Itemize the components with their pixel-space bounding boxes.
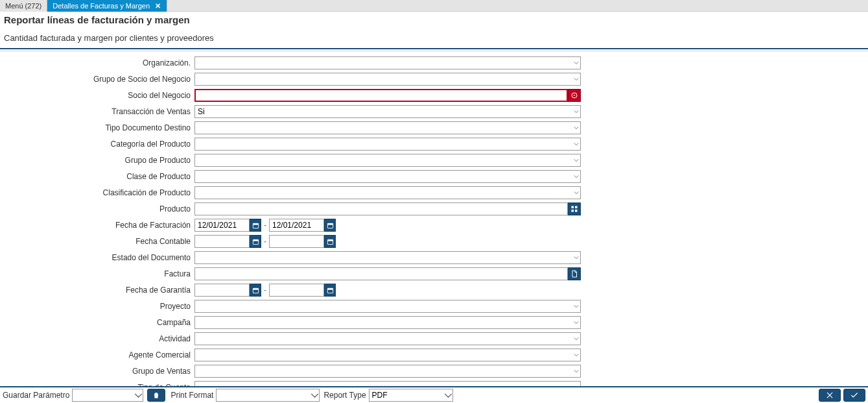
fecha-fact-from[interactable] xyxy=(194,219,250,232)
svg-rect-7 xyxy=(253,223,258,225)
calendar-icon[interactable] xyxy=(324,219,336,232)
calendar-icon[interactable] xyxy=(324,284,336,297)
estado-doc-input[interactable] xyxy=(194,251,581,264)
tipo-cuenta-input[interactable] xyxy=(194,381,581,386)
fecha-gar-to[interactable] xyxy=(269,284,324,297)
label-grupo-ventas: Grupo de Ventas xyxy=(0,367,194,376)
calendar-icon[interactable] xyxy=(250,235,261,248)
grid-icon[interactable] xyxy=(568,202,581,215)
campana-input[interactable] xyxy=(194,316,581,329)
close-tab-icon[interactable]: ✕ xyxy=(154,2,161,10)
chevron-down-icon[interactable] xyxy=(311,389,320,402)
chevron-down-icon[interactable] xyxy=(572,348,581,361)
fecha-cont-to[interactable] xyxy=(269,235,324,248)
calendar-icon[interactable] xyxy=(324,235,336,248)
confirm-button[interactable] xyxy=(843,389,865,402)
label-tipo-doc: Tipo Documento Destino xyxy=(0,123,194,132)
trash-icon[interactable] xyxy=(147,389,165,402)
chevron-down-icon[interactable] xyxy=(572,332,581,345)
fecha-cont-from[interactable] xyxy=(194,235,250,248)
label-producto: Producto xyxy=(0,204,194,214)
label-print-format: Print Format xyxy=(170,391,213,400)
chevron-down-icon[interactable] xyxy=(572,381,581,386)
print-format-input[interactable] xyxy=(216,389,320,402)
chevron-down-icon[interactable] xyxy=(444,389,453,402)
svg-point-1 xyxy=(574,95,575,96)
svg-rect-9 xyxy=(327,223,333,225)
label-agente: Agente Comercial xyxy=(0,350,194,360)
cancel-button[interactable] xyxy=(819,389,841,402)
chevron-down-icon[interactable] xyxy=(572,138,581,151)
svg-rect-13 xyxy=(327,239,333,241)
report-type-input[interactable] xyxy=(369,389,453,402)
label-report-type: Report Type xyxy=(323,391,366,400)
chevron-down-icon[interactable] xyxy=(572,300,581,313)
label-clase-prod: Clase de Producto xyxy=(0,172,194,181)
footer-bar: Guardar Parámetro Print Format Report Ty… xyxy=(0,386,868,403)
label-factura: Factura xyxy=(0,269,194,278)
chevron-down-icon[interactable] xyxy=(134,389,143,402)
grupo-socio-input[interactable] xyxy=(194,73,581,86)
chevron-down-icon[interactable] xyxy=(572,170,581,183)
range-dash: - xyxy=(261,237,269,246)
chevron-down-icon[interactable] xyxy=(572,105,581,118)
fecha-fact-to[interactable] xyxy=(269,219,324,232)
label-campana: Campaña xyxy=(0,318,194,327)
calendar-icon[interactable] xyxy=(250,284,261,297)
proyecto-input[interactable] xyxy=(194,300,581,313)
range-dash: - xyxy=(261,221,269,230)
label-estado-doc: Estado del Documento xyxy=(0,253,194,262)
actividad-input[interactable] xyxy=(194,332,581,345)
assist-icon[interactable] xyxy=(568,89,581,102)
chevron-down-icon[interactable] xyxy=(572,154,581,167)
socio-input[interactable] xyxy=(194,89,568,102)
svg-rect-17 xyxy=(327,288,333,289)
chevron-down-icon[interactable] xyxy=(572,251,581,264)
cat-prod-input[interactable] xyxy=(194,138,581,151)
tab-detalles-facturas[interactable]: Detalles de Facturas y Margen ✕ xyxy=(47,0,167,12)
page-subtitle: Cantidad facturada y margen por clientes… xyxy=(0,27,868,48)
tab-menu[interactable]: Menú (272) xyxy=(0,0,47,12)
svg-rect-2 xyxy=(572,206,574,209)
label-transaccion: Transacción de Ventas xyxy=(0,107,194,116)
clasif-prod-input[interactable] xyxy=(194,186,581,199)
page-title: Reportar líneas de facturación y margen xyxy=(0,12,868,27)
label-fecha-cont: Fecha Contable xyxy=(0,237,194,246)
grupo-prod-input[interactable] xyxy=(194,154,581,167)
chevron-down-icon[interactable] xyxy=(572,73,581,86)
label-proyecto: Proyecto xyxy=(0,302,194,311)
label-fecha-gar: Fecha de Garantía xyxy=(0,286,194,295)
label-clasif-prod: Clasificación de Producto xyxy=(0,188,194,197)
guardar-parametro-input[interactable] xyxy=(72,389,143,402)
producto-input[interactable] xyxy=(194,202,568,215)
form-scroll-region[interactable]: Organización. Grupo de Socio del Negocio… xyxy=(0,51,868,386)
tipo-doc-input[interactable] xyxy=(194,121,581,134)
label-fecha-fact: Fecha de Facturación xyxy=(0,221,194,230)
label-socio: Socio del Negocio xyxy=(0,91,194,100)
chevron-down-icon[interactable] xyxy=(572,121,581,134)
calendar-icon[interactable] xyxy=(250,219,261,232)
agente-input[interactable] xyxy=(194,348,581,361)
svg-rect-3 xyxy=(575,206,578,209)
svg-rect-4 xyxy=(572,210,574,212)
organizacion-input[interactable] xyxy=(194,56,581,69)
transaccion-input[interactable] xyxy=(194,105,581,118)
chevron-down-icon[interactable] xyxy=(572,316,581,329)
label-grupo-prod: Grupo de Producto xyxy=(0,156,194,165)
svg-rect-11 xyxy=(253,239,258,241)
divider xyxy=(0,48,868,49)
chevron-down-icon[interactable] xyxy=(572,56,581,69)
fecha-gar-from[interactable] xyxy=(194,284,250,297)
chevron-down-icon[interactable] xyxy=(572,365,581,378)
clase-prod-input[interactable] xyxy=(194,170,581,183)
tab-bar: Menú (272) Detalles de Facturas y Margen… xyxy=(0,0,868,12)
range-dash: - xyxy=(261,286,269,295)
svg-rect-5 xyxy=(575,210,578,212)
label-guardar-parametro: Guardar Parámetro xyxy=(3,391,69,400)
grupo-ventas-input[interactable] xyxy=(194,365,581,378)
chevron-down-icon[interactable] xyxy=(572,186,581,199)
label-actividad: Actividad xyxy=(0,334,194,343)
svg-rect-15 xyxy=(253,288,258,289)
factura-input[interactable] xyxy=(194,267,568,280)
document-icon[interactable] xyxy=(568,267,581,280)
